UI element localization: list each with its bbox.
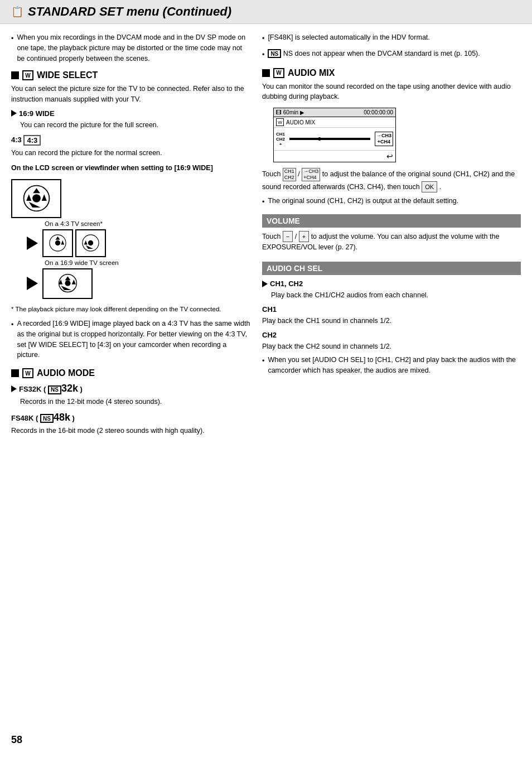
period: . (439, 182, 441, 190)
volume-title: VOLUME (267, 216, 300, 225)
wide-select-body: You can select the picture size for the … (11, 84, 251, 105)
ch1-label: CH1 (276, 132, 285, 137)
fs48k-big: 48k (54, 412, 70, 423)
audio-mix-body: You can monitor the sound recorded on th… (262, 81, 521, 103)
bullet-mixed: • When you set [AUDIO CH SEL] to [CH1, C… (262, 355, 521, 376)
volume-plus-key[interactable]: + (299, 231, 309, 243)
arrow-43 (27, 237, 38, 250)
svg-point-9 (55, 240, 60, 245)
ch2-body: Play back the CH2 sound in channels 1/2. (262, 341, 521, 352)
soccer-ball-169 (50, 272, 86, 295)
svg-point-13 (88, 240, 93, 245)
audio-mode-heading-row: W AUDIO MODE (11, 368, 251, 378)
ch-slider (289, 138, 370, 140)
audio-mix-display: 🎞 60min ▶ 00:00:00:00 W AUDIO MIX CH1 CH… (273, 108, 396, 162)
sub-4-3-boxed: 4:3 (23, 135, 41, 146)
arrow-169 (27, 277, 38, 290)
audio-mode-icon-label: W (25, 370, 30, 377)
fs32k-heading: FS32K ( NS32k ) (11, 383, 251, 394)
ch2-title: CH2 (262, 331, 277, 339)
content-area: • When you mix recordings in the DVCAM m… (0, 24, 532, 448)
header-bar: 📋 STANDARD SET menu (Continued) (0, 0, 532, 24)
sub-4-3-title: 4:3 (11, 135, 23, 143)
ch1-title: CH1 (262, 305, 277, 314)
ch34-key[interactable]: →CH3+CH4 (302, 168, 320, 181)
tv-169-label: On a 16:9 wide TV screen (45, 259, 251, 266)
tv-frame-169 (42, 268, 93, 299)
audio-ch-sel-bar: AUDIO CH SEL (262, 262, 521, 275)
wide-select-icon-label: W (25, 73, 30, 79)
ch2-label: CH2 (276, 137, 285, 142)
bullet-dot-1: • (11, 33, 13, 64)
tv-43-section: On a 4:3 TV screen* (11, 220, 251, 257)
bullet-item-1: • When you mix recordings in the DVCAM m… (11, 32, 251, 64)
bullet-mixed-text: When you set [AUDIO CH SEL] to [CH1, CH2… (268, 355, 521, 376)
soccer-ball-43-right (81, 233, 100, 253)
tv-169-section: On a 16:9 wide TV screen (11, 259, 251, 299)
touch-label-1: Touch (262, 170, 280, 178)
fs32k-label: FS32K ( NS32k ) (19, 383, 83, 394)
ch34-right-label: →CH3 +CH4 (375, 132, 393, 146)
ok-key[interactable]: OK (422, 181, 437, 193)
audio-mix-touch-text: Touch CH1CH2 / →CH3+CH4 to adjust the ba… (262, 168, 521, 192)
audio-mix-time: 00:00:00:00 (364, 109, 393, 115)
left-column: • When you mix recordings in the DVCAM m… (11, 32, 251, 440)
page: 📋 STANDARD SET menu (Continued) • When y… (0, 0, 532, 757)
bullet-section-1: • When you mix recordings in the DVCAM m… (11, 32, 251, 64)
black-square-audio-mode (11, 369, 19, 377)
ch34-arrow: →CH3 (376, 133, 391, 139)
ch1-heading: CH1 (262, 305, 521, 314)
tv-169-row (22, 268, 251, 299)
audio-mix-title: AUDIO MIX (288, 68, 335, 78)
audio-mix-label: AUDIO MIX (286, 119, 315, 126)
ch12-key[interactable]: CH1CH2 (283, 168, 296, 181)
ns-badge-inline: NS (268, 49, 281, 58)
bullet-text-1: When you mix recordings in the DVCAM mod… (17, 32, 251, 64)
ns-badge-48k: NS (40, 414, 54, 423)
audio-mix-top-bar: 🎞 60min ▶ 00:00:00:00 (274, 108, 395, 117)
ch34-plus: +CH4 (376, 139, 391, 145)
bullet-dot-fs48k: • (262, 33, 264, 44)
volume-minus-key[interactable]: − (283, 231, 293, 243)
tv-frame-original (11, 179, 61, 218)
tv-43-label: On a 4:3 TV screen* (45, 220, 251, 227)
wide-select-title: WIDE SELECT (37, 70, 98, 80)
bullet-default: • The original sound (CH1, CH2) is outpu… (262, 196, 521, 208)
audio-mode-title: AUDIO MODE (37, 368, 95, 378)
bullet-dot-default: • (262, 197, 264, 208)
fs48k-heading: FS48K ( NS48k ) (11, 412, 251, 423)
volume-body: Touch − / + to adjust the volume. You ca… (262, 231, 521, 253)
ch-slider-dot (318, 137, 321, 141)
sub-4-3-body: You can record the picture for the norma… (11, 148, 251, 158)
triangle-icon-16-9 (11, 110, 17, 117)
fs48k-label: FS48K ( NS48k ) (11, 414, 75, 422)
tv-frame-43-right (75, 229, 106, 257)
bullet-ns: • NS NS does not appear when the DVCAM s… (262, 49, 521, 60)
sub-4-3-heading: 4:3 4:3 (11, 135, 251, 146)
soccer-ball-43-left (48, 233, 67, 253)
ch1-body: Play back the CH1 sound in channels 1/2. (262, 316, 521, 326)
audio-mix-footer: ↩ (274, 150, 395, 162)
lcd-label: On the LCD screen or viewfinder when set… (11, 163, 251, 173)
slash-1: / (298, 170, 302, 178)
bullet-dot-2: • (11, 320, 13, 360)
plus-label: + (279, 142, 282, 147)
bullet-item-2: • A recorded [16:9 WIDE] image played ba… (11, 319, 251, 360)
audio-mix-tape-icon: 🎞 60min ▶ (276, 109, 304, 115)
back-icon: ↩ (386, 152, 393, 161)
audio-mode-icon: W (22, 368, 33, 378)
wide-select-icon: W (22, 70, 33, 80)
right-column: • [FS48K] is selected automatically in t… (262, 32, 521, 440)
tv-43-row (22, 229, 251, 257)
audio-mix-icon-label: W (276, 70, 281, 76)
soccer-ball-original (21, 183, 52, 214)
volume-touch: Touch (262, 232, 280, 240)
bullet-dot-ns: • (262, 50, 264, 60)
audio-mix-label-row: W AUDIO MIX (274, 117, 395, 128)
bullet-default-text: The original sound (CH1, CH2) is output … (268, 196, 458, 208)
original-ball-row (11, 179, 251, 218)
wide-select-heading-row: W WIDE SELECT (11, 70, 251, 80)
volume-slash: / (295, 232, 299, 240)
page-title: STANDARD SET menu (Continued) (28, 4, 231, 19)
audio-ch-sel-title: AUDIO CH SEL (267, 264, 322, 273)
